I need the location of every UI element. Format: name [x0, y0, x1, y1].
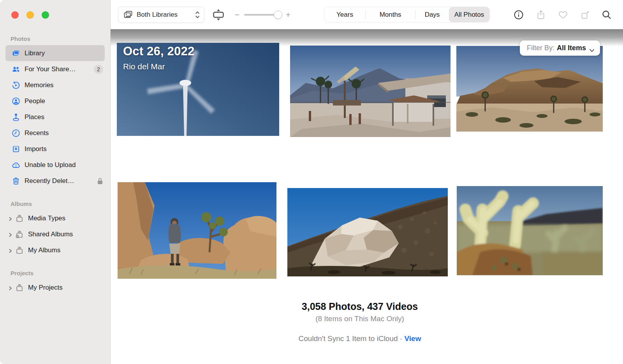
main-area: Both Libraries − + Years Months Days All…	[111, 0, 623, 364]
sidebar-item-my-albums[interactable]: My Albums	[4, 242, 106, 258]
sidebar-section-projects: Projects	[11, 270, 106, 276]
library-selector-value: Both Libraries	[137, 11, 195, 19]
sidebar-item-my-projects[interactable]: My Projects	[4, 280, 106, 295]
photo-thumbnail-gas-station[interactable]	[290, 46, 451, 137]
gas-station-photo	[290, 46, 451, 137]
sidebar-item-label: Recently Delet…	[25, 177, 97, 185]
info-icon[interactable]	[514, 10, 524, 20]
sidebar-section-photos: Photos	[11, 35, 106, 42]
recents-clock-icon	[12, 129, 20, 137]
toolbar: Both Libraries − + Years Months Days All…	[111, 0, 623, 29]
thumbnail-zoom-slider-thumb[interactable]	[274, 11, 282, 19]
sidebar-item-unable-to-upload[interactable]: Unable to Upload	[4, 157, 106, 173]
sidebar-item-memories[interactable]: Memories	[4, 77, 106, 93]
library-summary: 3,058 Photos, 437 Videos (8 Items on Thi…	[117, 301, 603, 343]
sidebar-item-label: Shared Albums	[28, 230, 103, 238]
library-selector-button[interactable]: Both Libraries	[118, 7, 204, 23]
minimize-window-button[interactable]	[26, 11, 34, 19]
shared-album-icon	[15, 230, 24, 239]
people-icon	[12, 97, 20, 106]
photo-thumbnail-desert-rocks[interactable]	[456, 46, 603, 132]
rotate-icon[interactable]	[580, 10, 590, 20]
granite-hillside-photo	[287, 188, 448, 276]
window-controls	[0, 0, 110, 29]
photo-thumbnail-cholla-cactus[interactable]	[457, 186, 603, 275]
sync-status-line: Couldn't Sync 1 Item to iCloud · View	[117, 334, 603, 343]
sidebar-item-label: Memories	[25, 81, 103, 89]
chevron-right-icon[interactable]	[8, 216, 13, 221]
chevron-right-icon[interactable]	[8, 248, 13, 253]
sidebar-item-imports[interactable]: Imports	[4, 141, 106, 157]
tab-all-photos[interactable]: All Photos	[449, 7, 489, 22]
photo-thumbnail-granite-hillside[interactable]	[287, 188, 448, 276]
zoom-out-button[interactable]: −	[234, 10, 241, 19]
hiker-photo	[118, 182, 276, 279]
thumbnail-aspect-button[interactable]	[211, 9, 226, 21]
photo-thumbnail-hiker[interactable]	[118, 182, 276, 279]
sidebar-item-people[interactable]: People	[4, 93, 106, 109]
sidebar-item-for-your-shared[interactable]: For Your Share… 2	[4, 61, 106, 77]
chevron-down-icon	[589, 46, 595, 50]
date-header-overlay: Oct 26, 2022 Rio del Mar	[123, 44, 194, 71]
zoom-in-button[interactable]: +	[285, 10, 292, 19]
cholla-cactus-photo	[457, 186, 603, 275]
sidebar-item-media-types[interactable]: Media Types	[4, 210, 106, 226]
sidebar-item-label: For Your Share…	[25, 65, 94, 73]
album-icon	[15, 246, 24, 255]
chevron-right-icon[interactable]	[8, 285, 13, 290]
sidebar-item-label: Places	[25, 113, 103, 121]
trash-icon	[12, 177, 20, 185]
date-label: Oct 26, 2022	[123, 44, 194, 58]
sidebar-item-recents[interactable]: Recents	[4, 125, 106, 141]
sidebar-item-shared-albums[interactable]: Shared Albums	[4, 226, 106, 242]
tab-days[interactable]: Days	[415, 7, 449, 22]
photos-library-icon	[12, 49, 20, 58]
sidebar: Photos Library For Your Share… 2 Memorie…	[0, 0, 111, 364]
sidebar-item-label: My Projects	[28, 284, 103, 292]
sidebar-item-label: Media Types	[28, 215, 103, 222]
memories-icon	[12, 81, 20, 90]
photos-app-window: Photos Library For Your Share… 2 Memorie…	[0, 0, 623, 364]
filter-by-value: All Items	[557, 44, 586, 52]
sidebar-item-label: My Albums	[28, 246, 103, 254]
imports-icon	[12, 145, 20, 153]
sidebar-item-recently-deleted[interactable]: Recently Delet…	[4, 173, 106, 189]
album-icon	[15, 283, 24, 292]
share-icon[interactable]	[536, 10, 546, 20]
photo-thumbnail-windmill[interactable]: Oct 26, 2022 Rio del Mar	[117, 43, 279, 136]
sidebar-item-label: Library	[25, 49, 102, 57]
sidebar-item-library[interactable]: Library	[5, 45, 105, 61]
desert-rocks-photo	[456, 46, 603, 132]
sidebar-item-places[interactable]: Places	[4, 109, 106, 125]
sync-message: Couldn't Sync 1 Item to iCloud	[299, 334, 398, 343]
sidebar-item-label: Recents	[25, 129, 103, 137]
chevron-right-icon[interactable]	[8, 232, 13, 237]
filter-by-label: Filter By:	[527, 44, 554, 52]
places-pin-icon	[12, 113, 20, 121]
location-label: Rio del Mar	[123, 62, 194, 71]
sidebar-item-label: Imports	[25, 145, 103, 153]
up-down-chevrons-icon	[195, 11, 200, 19]
photos-icon	[123, 10, 133, 20]
tab-months[interactable]: Months	[366, 7, 415, 22]
local-items-note: (8 Items on This Mac Only)	[117, 315, 603, 323]
zoom-window-button[interactable]	[42, 11, 49, 19]
search-icon[interactable]	[602, 10, 612, 20]
tab-years[interactable]: Years	[324, 7, 365, 22]
sidebar-item-label: People	[25, 97, 103, 105]
photo-grid-content: Oct 26, 2022 Rio del Mar	[111, 29, 623, 364]
lock-icon	[97, 178, 103, 185]
cloud-error-icon	[12, 161, 20, 169]
sync-view-link[interactable]: View	[404, 334, 421, 343]
sidebar-item-label: Unable to Upload	[25, 161, 103, 169]
sync-separator: ·	[400, 334, 402, 343]
library-counts: 3,058 Photos, 437 Videos	[117, 301, 603, 312]
filter-by-dropdown[interactable]: Filter By: All Items	[520, 40, 600, 56]
view-segmented-control: Years Months Days All Photos	[324, 7, 490, 23]
album-icon	[15, 214, 24, 223]
favorite-icon[interactable]	[558, 10, 568, 20]
sidebar-section-albums: Albums	[11, 200, 106, 207]
shared-badge-count: 2	[94, 65, 103, 74]
close-window-button[interactable]	[11, 11, 19, 19]
shared-with-you-icon	[12, 65, 20, 74]
